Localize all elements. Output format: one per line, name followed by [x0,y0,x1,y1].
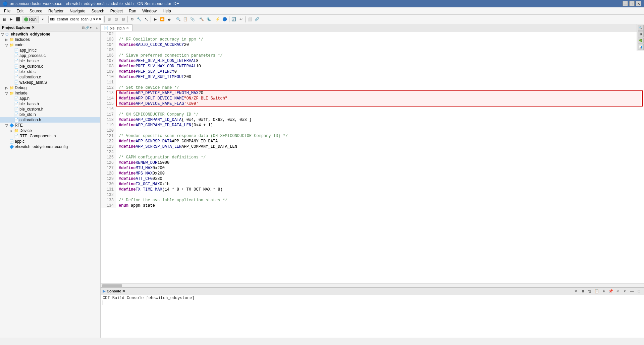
tab-close-button[interactable]: ✕ [126,26,129,30]
code-line-134[interactable]: enum appm_state [119,203,641,208]
menu-item-project[interactable]: Project [108,8,125,14]
code-line-107[interactable]: #define PREF_SLV_MIN_CON_INTERVAL 8 [119,58,641,64]
code-line-125[interactable]: /* GAPM configuration definitions */ [119,155,641,160]
toolbar-btn-2[interactable]: ⊡ [113,16,119,23]
tree-item-code[interactable]: ▽ 📁 code [0,42,100,48]
close-button[interactable]: ✕ [636,1,641,6]
code-line-123[interactable]: #define APP_SCNRSP_DATA_LEN APP_COMPANY_… [119,144,641,149]
tree-item-rte[interactable]: ▽ 🔷 RTE [0,123,100,128]
console-stop-btn[interactable]: ✕ [573,289,579,293]
toolbar-btn-15[interactable]: ⚡ [214,16,221,23]
code-line-113[interactable]: #define APP_DEVICE_NAME_LENGTH_MAX 20 [119,90,641,96]
right-mini-btn-1[interactable]: 🔍 [638,25,644,31]
sidebar-menu-button[interactable]: ▾ [90,26,92,29]
console-pause-btn[interactable]: ⏸ [580,289,586,293]
code-line-127[interactable]: #define MTU_MAX 0x200 [119,165,641,171]
code-line-108[interactable]: #define PREF_SLV_MAX_CON_INTERVAL 10 [119,64,641,69]
open-button[interactable]: ▶ [8,16,14,23]
code-line-112[interactable]: /* Set the device name */ [119,85,641,90]
menu-item-help[interactable]: Help [160,8,174,14]
code-arrow[interactable]: ▽ [5,43,9,47]
menu-item-edit[interactable]: Edit [14,8,26,14]
tree-item-app-h[interactable]: 📄 app.h [0,96,100,101]
tree-item-ble-std-c[interactable]: 📄 ble_std.c [0,69,100,74]
menu-item-window[interactable]: Window [140,8,159,14]
tree-item-ble-custom[interactable]: 📄 ble_custom.c [0,64,100,69]
tree-item-calibration-c[interactable]: 📄 calibration.c [0,74,100,80]
run-button[interactable]: Run [22,16,39,23]
tree-item-app-c[interactable]: 📄 app.c [0,139,100,144]
toolbar-btn-3[interactable]: ⊟ [120,16,126,23]
code-line-120[interactable] [119,128,641,133]
code-line-119[interactable]: #define APP_COMPANY_ID_DATA_LEN (0x4 + 1… [119,123,641,128]
toolbar-btn-16[interactable]: 🔵 [221,16,228,23]
include-arrow[interactable]: ▽ [5,91,9,95]
code-line-104[interactable]: #define RADIO_CLOCK_ACCURACY 20 [119,42,641,48]
toolbar-btn-6[interactable]: ⛏ [143,16,150,23]
code-line-116[interactable] [119,107,641,112]
code-line-105[interactable] [119,48,641,53]
root-arrow[interactable]: ▽ [1,32,5,36]
restore-button[interactable]: □ [629,1,635,6]
console-scroll-btn[interactable]: ⬇ [601,289,607,293]
toolbar-btn-14[interactable]: 🔩 [205,16,212,23]
toolbar-btn-4[interactable]: ⚙ [129,16,136,23]
config-close[interactable]: ✕ [99,17,102,21]
tree-item-ble-bass-h[interactable]: 📄 ble_bass.h [0,101,100,107]
menu-item-navigate[interactable]: Navigate [67,8,88,14]
code-line-133[interactable]: /* Define the available application stat… [119,198,641,203]
config-dropdown-arrow[interactable]: ▾ [96,17,98,21]
horizontal-scrollbar[interactable] [101,283,644,287]
console-copy-btn[interactable]: 📋 [594,289,600,293]
editor-tab-ble-std-h[interactable]: 📄 ble_std.h ✕ [101,24,132,31]
includes-arrow[interactable]: ▷ [5,38,9,42]
tree-item-debug[interactable]: ▷ 📁 Debug [0,85,100,90]
code-line-114[interactable]: #define APP_DFLT_DEVICE_NAME "ON/ZF BLE … [119,96,641,101]
link-editor-button[interactable]: 🔗 [85,26,89,29]
code-line-118[interactable]: #define APP_COMPANY_ID_DATA { 0x4, 0xff,… [119,117,641,123]
code-line-121[interactable]: /* Vendor specific scan response data (O… [119,133,641,139]
toolbar-btn-1[interactable]: ⊞ [106,16,112,23]
toolbar-btn-9[interactable]: ⏭ [166,16,173,23]
rte-arrow[interactable]: ▽ [5,124,9,127]
console-pin-btn[interactable]: 📌 [608,289,614,293]
stop-button[interactable]: ⬛ [15,16,21,23]
tree-item-device[interactable]: ▷ 📁 Device [0,128,100,133]
toolbar-btn-17[interactable]: 🔄 [230,16,237,23]
console-word-wrap-btn[interactable]: ↵ [615,289,621,293]
menu-item-source[interactable]: Source [27,8,45,14]
console-maximize-btn[interactable]: □ [636,289,642,293]
code-line-129[interactable]: #define ATT_CFG 0x80 [119,176,641,182]
tree-item-root[interactable]: ▽ ⬡ ehswitch_eddystone [0,31,100,37]
minimize-sidebar-button[interactable]: — [92,26,96,29]
run-dropdown[interactable]: ▾ [39,16,46,23]
right-mini-btn-3[interactable]: 🌿 [638,38,644,44]
code-line-103[interactable]: /* RF Oscillator accuracy in ppm */ [119,37,641,42]
code-line-106[interactable]: /* Slave preferred connection parameters… [119,53,641,58]
toolbar-btn-5[interactable]: 🔧 [136,16,143,23]
hscroll-thumb[interactable] [102,284,122,287]
tree-item-include-folder[interactable]: ▽ 📁 include [0,90,100,96]
code-line-110[interactable]: #define PREF_SLV_SUP_TIMEOUT 200 [119,74,641,80]
collapse-all-button[interactable]: ⊟ [82,26,85,29]
code-line-111[interactable] [119,80,641,85]
console-minimize-btn[interactable]: — [629,289,635,293]
tree-item-app-process[interactable]: 📄 app_process.c [0,53,100,58]
sidebar-tools[interactable]: ⊟ 🔗 ▾ — □ [82,26,98,29]
device-arrow[interactable]: ▷ [10,129,14,133]
toolbar-btn-8[interactable]: ⏩ [159,16,166,23]
code-line-124[interactable] [119,149,641,155]
menu-item-run[interactable]: Run [126,8,139,14]
code-line-126[interactable]: #define RENEW_DUR 15000 [119,160,641,165]
debug-arrow[interactable]: ▷ [5,86,9,90]
code-line-115[interactable]: #define APP_DEVICE_NAME_FLAG '\x09' [119,101,641,107]
new-button[interactable]: 🖥 [1,16,7,23]
tree-item-calibration-h[interactable]: 📄 calibration.h [0,117,100,123]
tree-item-app-init[interactable]: 📄 app_init.c [0,48,100,53]
code-line-109[interactable]: #define PREF_SLV_LATENCY 0 [119,69,641,74]
toolbar-btn-13[interactable]: 🔨 [198,16,205,23]
console-clear-btn[interactable]: 🗑 [587,289,593,293]
tree-item-wakeup-asm[interactable]: 📄 wakeup_asm.S [0,80,100,85]
toolbar-btn-19[interactable]: ⬜ [247,16,253,23]
menu-item-refactor[interactable]: Refactor [46,8,66,14]
